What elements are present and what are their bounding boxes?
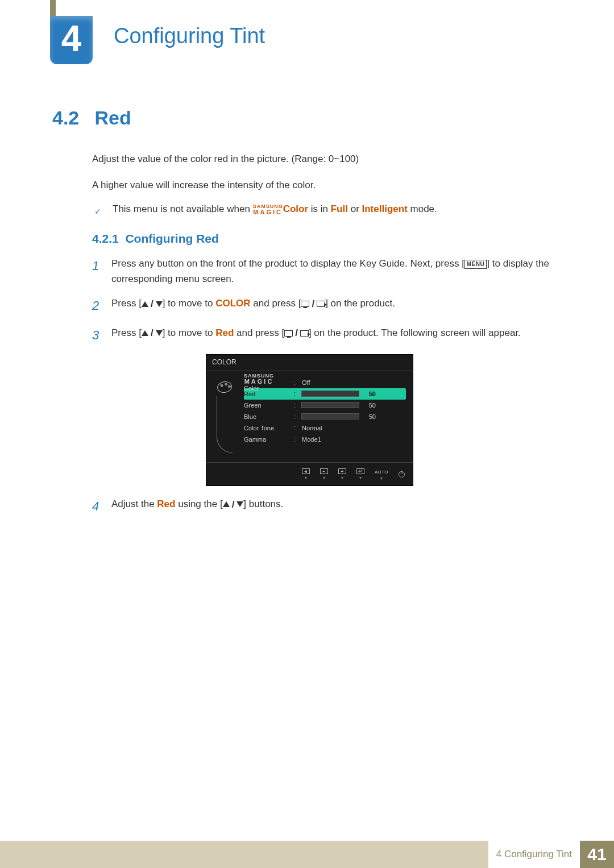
source-icon [300, 330, 309, 337]
osd-row-magic-color: SAMSUNGMAGIC Color : Off [244, 377, 406, 388]
step-2: 2 Press [/] to move to COLOR and press [… [92, 296, 562, 315]
osd-colon: : [294, 424, 297, 432]
caret-icon: ▾ [323, 475, 325, 480]
s3-pre: Press [ [111, 327, 142, 338]
step-number: 4 [92, 496, 111, 516]
osd-slider-value: 50 [362, 413, 376, 420]
osd-slider: 50 [302, 402, 376, 409]
slash-icon: / [150, 325, 155, 340]
monitor-icon [301, 301, 309, 307]
caret-icon: ▾ [341, 475, 343, 480]
note-full: Full [331, 203, 348, 214]
slash-icon: / [150, 296, 155, 312]
osd-body: SAMSUNGMAGIC Color : Off Red : 50 Green [206, 375, 413, 462]
s3-mid2: and press [ [234, 327, 284, 338]
s4-post: ] buttons. [243, 499, 283, 509]
chapter-number-tab: 4 [50, 16, 93, 64]
osd-slider: 50 [302, 413, 376, 420]
osd-label: Blue [244, 413, 289, 420]
footer-page-number: 41 [580, 841, 614, 868]
s4-pre: Adjust the [111, 499, 157, 509]
osd-slider-value: 50 [362, 391, 376, 397]
step-number: 3 [92, 325, 111, 345]
caret-icon: ▾ [359, 475, 362, 480]
step-4: 4 Adjust the Red using the [/] buttons. [92, 496, 562, 516]
subsection-number: 4.2.1 [92, 232, 119, 245]
note-color: Color [283, 203, 308, 214]
enter-icon [356, 468, 364, 474]
magic-bottom: MAGIC [253, 209, 283, 215]
osd-row-color-tone: Color Tone : Normal [244, 422, 406, 434]
intro-paragraph-1: Adjust the value of the color red in the… [92, 152, 562, 167]
osd-menu-list: SAMSUNGMAGIC Color : Off Red : 50 Green [244, 377, 406, 453]
top-accent-bar [50, 0, 56, 16]
up-down-icon: / [142, 325, 163, 340]
s2-post: ] on the product. [325, 298, 395, 309]
step-text: Adjust the Red using the [/] buttons. [111, 496, 562, 516]
s2-pre: Press [ [111, 298, 142, 309]
osd-plus-button: ▾ [338, 468, 346, 480]
page-content: 4.2 Red Adjust the value of the color re… [52, 107, 562, 525]
osd-colon: : [294, 390, 297, 398]
osd-minus-button: ▾ [320, 468, 328, 480]
osd-label: SAMSUNGMAGIC Color [244, 373, 289, 392]
osd-title: COLOR [206, 355, 413, 371]
monitor-icon [284, 330, 293, 337]
osd-value: Off [302, 379, 310, 386]
osd-slider-value: 50 [362, 402, 376, 409]
osd-curve-line [217, 396, 233, 453]
power-icon [399, 471, 405, 477]
auto-label: AUTO [375, 468, 388, 475]
triangle-up-icon [142, 330, 148, 336]
osd-slider: 50 [302, 391, 376, 397]
up-down-icon: / [223, 497, 244, 512]
osd-colon: : [294, 435, 297, 443]
samsung-magic-logo: SAMSUNGMAGIC [244, 373, 274, 385]
osd-value: Mode1 [302, 436, 321, 443]
s4-red: Red [157, 499, 175, 509]
steps-list: 1 Press any button on the front of the p… [92, 256, 562, 516]
footer-chapter-label: 4 Configuring Tint [488, 841, 580, 868]
note-mid1: is in [308, 203, 331, 214]
magic-bottom: MAGIC [244, 379, 274, 385]
step-text: Press [/] to move to COLOR and press [/]… [111, 296, 562, 315]
osd-slider-track [302, 414, 359, 419]
triangle-down-icon [156, 301, 163, 307]
source-enter-icon: / [301, 296, 325, 312]
s2-mid2: and press [ [251, 298, 301, 309]
note-mid2: or [348, 203, 362, 214]
s1-pre: Press any button on the front of the pro… [111, 258, 464, 269]
slash-icon: / [231, 497, 236, 512]
s3-mid: ] to move to [163, 327, 216, 338]
step-3: 3 Press [/] to move to Red and press [/]… [92, 325, 562, 345]
source-icon [317, 301, 325, 307]
note-post: mode. [408, 203, 437, 214]
step-number: 1 [92, 256, 111, 286]
osd-colon: : [294, 401, 297, 409]
triangle-down-icon [156, 330, 163, 336]
osd-divider [206, 462, 413, 463]
s3-post: ] on the product. The following screen w… [309, 327, 521, 338]
osd-row-green: Green : 50 [244, 400, 406, 411]
intro-paragraph-2: A higher value will increase the intensi… [92, 178, 562, 193]
subsection-heading: 4.2.1 Configuring Red [92, 232, 562, 246]
plus-icon [338, 468, 346, 474]
samsung-magic-logo: SAMSUNGMAGIC [253, 204, 283, 215]
section-title: Red [94, 107, 131, 128]
osd-divider [206, 371, 413, 371]
s3-red: Red [215, 327, 234, 338]
triangle-down-icon [237, 501, 243, 507]
osd-colon: : [294, 379, 297, 387]
menu-button-icon: MENU [464, 260, 487, 269]
up-down-icon: / [142, 296, 163, 312]
osd-label: Green [244, 402, 289, 409]
s2-mid: ] to move to [163, 298, 216, 309]
footer-bar [0, 841, 488, 868]
note-intelligent: Intelligent [362, 203, 408, 214]
triangle-up-icon [142, 301, 148, 307]
back-icon [302, 468, 310, 474]
step-text: Press any button on the front of the pro… [111, 256, 562, 286]
chapter-title: Configuring Tint [114, 24, 265, 48]
osd-value: Normal [302, 425, 322, 431]
osd-slider-track [302, 402, 359, 408]
